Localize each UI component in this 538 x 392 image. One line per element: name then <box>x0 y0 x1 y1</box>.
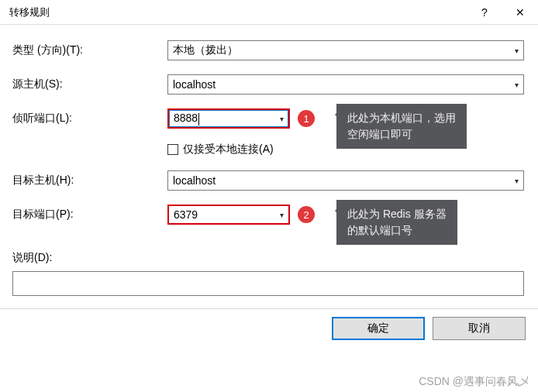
source-host-select[interactable]: localhost ▾ <box>167 74 524 95</box>
source-host-label: 源主机(S): <box>12 77 167 91</box>
listen-port-label: 侦听端口(L): <box>12 112 167 126</box>
description-label: 说明(D): <box>12 251 167 265</box>
annotation-tooltip-1: 此处为本机端口，选用空闲端口即可 <box>336 104 467 149</box>
dialog-buttons: 确定 取消 <box>0 308 538 340</box>
chevron-down-icon: ▾ <box>275 115 284 123</box>
dest-host-label: 目标主机(H): <box>12 174 167 187</box>
type-label: 类型 (方向)(T): <box>12 43 167 57</box>
type-select[interactable]: 本地（拨出） ▾ <box>167 40 524 60</box>
dest-host-select[interactable]: localhost ▾ <box>167 170 524 191</box>
ok-button[interactable]: 确定 <box>332 317 425 340</box>
local-only-checkbox[interactable] <box>167 144 178 155</box>
type-value: 本地（拨出） <box>173 43 238 57</box>
annotation-tooltip-2: 此处为 Redis 服务器的默认端口号 <box>336 200 457 245</box>
watermark: CSDN @遇事问春风乄 <box>419 375 529 389</box>
chevron-down-icon: ▾ <box>275 211 284 219</box>
description-input[interactable] <box>12 271 524 296</box>
cancel-button[interactable]: 取消 <box>433 317 526 340</box>
help-icon[interactable]: ? <box>467 0 502 25</box>
annotation-badge-1: 1 <box>298 110 315 127</box>
dialog-title: 转移规则 <box>9 5 50 19</box>
titlebar-controls: ? ✕ <box>467 0 538 25</box>
dest-host-value: localhost <box>173 174 216 187</box>
dest-port-label: 目标端口(P): <box>12 208 167 222</box>
dest-port-combo[interactable]: 6379 ▾ <box>167 205 290 225</box>
chevron-down-icon: ▾ <box>510 46 519 55</box>
dialog-content: 类型 (方向)(T): 本地（拨出） ▾ 源主机(S): localhost ▾… <box>0 25 538 296</box>
source-host-value: localhost <box>173 78 216 91</box>
listen-port-combo[interactable]: 8888 ▾ <box>167 108 290 129</box>
chevron-down-icon: ▾ <box>510 81 519 89</box>
local-only-label: 仅接受本地连接(A) <box>183 143 274 156</box>
close-icon[interactable]: ✕ <box>502 0 538 25</box>
dest-port-value: 6379 <box>174 208 198 221</box>
title-bar: 转移规则 ? ✕ <box>0 0 538 25</box>
chevron-down-icon: ▾ <box>510 177 519 185</box>
listen-port-value: 8888 <box>174 112 199 125</box>
annotation-badge-2: 2 <box>298 206 315 223</box>
